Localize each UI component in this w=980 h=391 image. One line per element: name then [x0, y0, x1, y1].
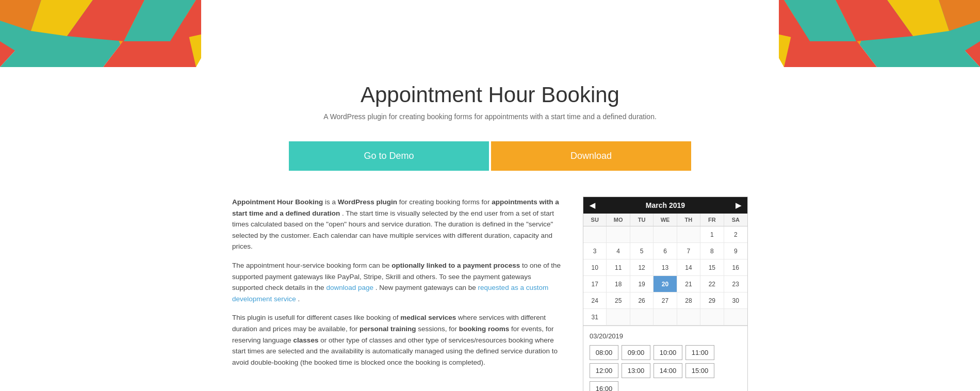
day-tu: TU — [630, 214, 654, 226]
time-slots-box: 03/20/2019 08:0009:0010:0011:0012:0013:0… — [583, 326, 748, 391]
cal-cell-20[interactable]: 20 — [654, 276, 677, 292]
header-banner — [0, 0, 980, 67]
main-body: Appointment Hour Booking is a WordPress … — [181, 181, 799, 391]
download-page-link[interactable]: download page — [326, 284, 373, 291]
cal-cell-5[interactable]: 5 — [630, 243, 654, 259]
cal-cell-empty — [630, 226, 654, 243]
cal-cell-empty — [607, 226, 630, 243]
cal-cell-11[interactable]: 11 — [607, 259, 630, 276]
cal-cell-empty — [677, 309, 700, 325]
cal-cell-4[interactable]: 4 — [607, 243, 630, 259]
time-slot-1500[interactable]: 15:00 — [685, 363, 714, 378]
day-we: WE — [654, 214, 677, 226]
title-section: Appointment Hour Booking A WordPress plu… — [181, 67, 799, 131]
cal-cell-14[interactable]: 14 — [677, 259, 700, 276]
time-buttons: 08:0009:0010:0011:0012:0013:0014:0015:00… — [590, 345, 741, 391]
cal-cell-15[interactable]: 15 — [700, 259, 724, 276]
cal-cell-24[interactable]: 24 — [583, 292, 607, 309]
wp-plugin-text: WordPress plugin — [338, 198, 397, 206]
classes-text: classes — [293, 336, 319, 344]
calendar-box: ◀ March 2019 ▶ SU MO TU WE TH FR SA 1234… — [583, 197, 748, 326]
next-month-button[interactable]: ▶ — [736, 201, 741, 209]
cal-cell-empty — [583, 226, 607, 243]
time-slot-1400[interactable]: 14:00 — [654, 363, 682, 378]
page-subtitle: A WordPress plugin for creating booking … — [191, 112, 789, 121]
time-slot-0900[interactable]: 09:00 — [622, 345, 650, 360]
cal-cell-10[interactable]: 10 — [583, 259, 607, 276]
cal-cell-16[interactable]: 16 — [724, 259, 747, 276]
download-button[interactable]: Download — [491, 141, 691, 171]
svg-rect-22 — [201, 0, 779, 67]
cal-cell-2[interactable]: 2 — [724, 226, 747, 243]
cal-cell-18[interactable]: 18 — [607, 276, 630, 292]
cal-cell-6[interactable]: 6 — [654, 243, 677, 259]
calendar-month-year: March 2019 — [646, 201, 685, 209]
cal-cell-28[interactable]: 28 — [677, 292, 700, 309]
cal-cell-21[interactable]: 21 — [677, 276, 700, 292]
cal-cell-25[interactable]: 25 — [607, 292, 630, 309]
day-su: SU — [583, 214, 607, 226]
payment-text: optionally linked to a payment process — [391, 262, 520, 269]
cal-cell-empty — [677, 226, 700, 243]
cal-cell-empty — [654, 226, 677, 243]
page-title: Appointment Hour Booking — [191, 83, 789, 107]
calendar-header: ◀ March 2019 ▶ — [583, 197, 747, 214]
cal-cell-3[interactable]: 3 — [583, 243, 607, 259]
day-fr: FR — [700, 214, 724, 226]
calendar-widget: ◀ March 2019 ▶ SU MO TU WE TH FR SA 1234… — [583, 197, 748, 391]
time-slot-1200[interactable]: 12:00 — [590, 363, 618, 378]
cal-cell-1[interactable]: 1 — [700, 226, 724, 243]
cal-cell-12[interactable]: 12 — [630, 259, 654, 276]
plugin-name: Appointment Hour Booking — [232, 198, 323, 206]
cal-cell-26[interactable]: 26 — [630, 292, 654, 309]
cal-cell-8[interactable]: 8 — [700, 243, 724, 259]
day-sa: SA — [724, 214, 747, 226]
cal-cell-30[interactable]: 30 — [724, 292, 747, 309]
cal-cell-19[interactable]: 19 — [630, 276, 654, 292]
day-th: TH — [677, 214, 700, 226]
cal-cell-9[interactable]: 9 — [724, 243, 747, 259]
cal-cell-empty — [700, 309, 724, 325]
day-mo: MO — [607, 214, 630, 226]
personal-training-text: personal training — [360, 325, 416, 333]
selected-date-label: 03/20/2019 — [590, 332, 741, 340]
booking-rooms-text: booking rooms — [459, 325, 510, 333]
time-slot-1000[interactable]: 10:00 — [654, 345, 682, 360]
calendar-days-header: SU MO TU WE TH FR SA — [583, 214, 747, 226]
cal-cell-22[interactable]: 22 — [700, 276, 724, 292]
demo-button[interactable]: Go to Demo — [289, 141, 489, 171]
time-slot-0800[interactable]: 08:00 — [590, 345, 618, 360]
paragraph-3: This plugin is usefull for different cas… — [232, 312, 562, 368]
medical-services-text: medical services — [400, 314, 456, 321]
cal-cell-empty — [630, 309, 654, 325]
paragraph-1: Appointment Hour Booking is a WordPress … — [232, 197, 562, 252]
calendar-grid: 1234567891011121314151617181920212223242… — [583, 226, 747, 325]
cal-cell-13[interactable]: 13 — [654, 259, 677, 276]
cal-cell-7[interactable]: 7 — [677, 243, 700, 259]
time-slot-1600[interactable]: 16:00 — [590, 381, 618, 391]
time-slot-1100[interactable]: 11:00 — [685, 345, 714, 360]
cal-cell-27[interactable]: 27 — [654, 292, 677, 309]
paragraph-2: The appointment hour-service booking for… — [232, 260, 562, 304]
action-buttons: Go to Demo Download — [289, 141, 691, 171]
cal-cell-31[interactable]: 31 — [583, 309, 607, 325]
cal-cell-23[interactable]: 23 — [724, 276, 747, 292]
cal-cell-29[interactable]: 29 — [700, 292, 724, 309]
time-slot-1300[interactable]: 13:00 — [622, 363, 650, 378]
cal-cell-empty — [724, 309, 747, 325]
description-section: Appointment Hour Booking is a WordPress … — [232, 197, 562, 376]
cal-cell-empty — [654, 309, 677, 325]
cal-cell-empty — [607, 309, 630, 325]
prev-month-button[interactable]: ◀ — [590, 201, 595, 209]
cal-cell-17[interactable]: 17 — [583, 276, 607, 292]
